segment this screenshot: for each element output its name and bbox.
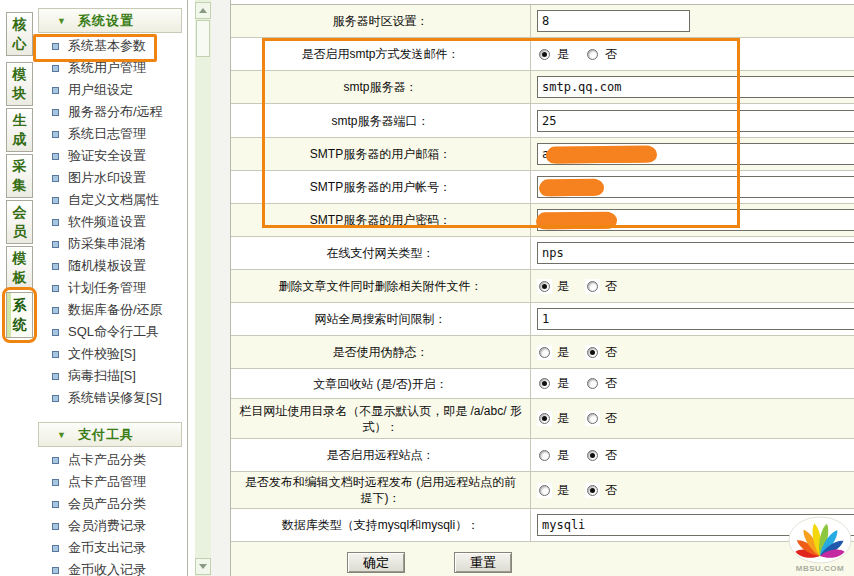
sidebar-item-error-repair[interactable]: 系统错误修复[S] bbox=[38, 387, 184, 409]
del-attach-yes-radio[interactable] bbox=[539, 281, 550, 292]
tab-template[interactable]: 模板 bbox=[6, 246, 33, 290]
tab-module[interactable]: 模块 bbox=[6, 62, 33, 106]
field-label: smtp服务器端口： bbox=[231, 104, 531, 137]
recycle-yes-radio[interactable] bbox=[539, 378, 550, 389]
bullet-icon bbox=[52, 131, 59, 138]
sidebar-item-server-dist[interactable]: 服务器分布/远程 bbox=[38, 101, 184, 123]
sidebar-item-file-verify[interactable]: 文件校验[S] bbox=[38, 343, 184, 365]
field-label: SMTP服务器的用户邮箱： bbox=[231, 138, 531, 170]
sidebar-item-virus-scan[interactable]: 病毒扫描[S] bbox=[38, 365, 184, 387]
chevron-down-icon: ▼ bbox=[57, 16, 66, 26]
sidebar-item-user-group[interactable]: 用户组设定 bbox=[38, 79, 184, 101]
sidebar-scrollbar[interactable] bbox=[195, 0, 211, 576]
chevron-down-icon: ▼ bbox=[57, 430, 66, 440]
pseudo-static-no-radio[interactable] bbox=[587, 347, 598, 358]
smtp-enable-no-radio[interactable] bbox=[587, 49, 598, 60]
sidebar-divider bbox=[187, 0, 188, 576]
dir-url-yes-radio[interactable] bbox=[539, 413, 550, 424]
sidebar-item-card-category[interactable]: 点卡产品分类 bbox=[38, 449, 184, 471]
sidebar-item-basic-params[interactable]: 系统基本参数 bbox=[38, 35, 184, 57]
radio-backing bbox=[585, 47, 600, 62]
bullet-icon bbox=[52, 175, 59, 182]
remote-publish-no-radio[interactable] bbox=[587, 485, 598, 496]
redaction-scribble bbox=[547, 145, 655, 162]
confirm-button[interactable]: 确定 bbox=[347, 552, 405, 573]
scrollbar-thumb[interactable] bbox=[196, 20, 210, 57]
dir-url-no-radio[interactable] bbox=[587, 413, 598, 424]
sidebar-item-card-manage[interactable]: 点卡产品管理 bbox=[38, 471, 184, 493]
radio-backing bbox=[537, 279, 552, 294]
sidebar-section-payment-tools[interactable]: ▼ 支付工具 bbox=[38, 422, 182, 447]
sidebar-item-watermark[interactable]: 图片水印设置 bbox=[38, 167, 184, 189]
sidebar-item-cron-task[interactable]: 计划任务管理 bbox=[38, 277, 184, 299]
tab-collect[interactable]: 采集 bbox=[6, 154, 33, 198]
pay-gateway-input[interactable] bbox=[537, 242, 854, 264]
bullet-icon bbox=[52, 373, 59, 380]
bullet-icon bbox=[52, 219, 59, 226]
bullet-icon bbox=[52, 457, 59, 464]
sidebar-item-db-backup[interactable]: 数据库备份/还原 bbox=[38, 299, 184, 321]
row-remote-publish: 是否发布和编辑文档时远程发布 (启用远程站点的前提下)： 是 否 bbox=[231, 472, 854, 509]
field-label: 文章回收站 (是/否)开启： bbox=[231, 369, 531, 398]
row-smtp-password: SMTP服务器的用户密码： bbox=[231, 204, 854, 237]
tab-core[interactable]: 核心 bbox=[6, 12, 33, 56]
peacock-logo-icon bbox=[788, 512, 852, 564]
del-attach-no-radio[interactable] bbox=[587, 281, 598, 292]
remote-publish-yes-radio[interactable] bbox=[539, 485, 550, 496]
row-timezone: 服务器时区设置： bbox=[231, 5, 854, 38]
search-limit-input[interactable] bbox=[537, 308, 854, 330]
radio-label: 是 bbox=[557, 46, 569, 63]
tab-member[interactable]: 会员 bbox=[6, 200, 33, 244]
sidebar-item-random-template[interactable]: 随机模板设置 bbox=[38, 255, 184, 277]
row-dir-url: 栏目网址使用目录名（不显示默认页，即是 /a/abc/ 形式）： 是 否 bbox=[231, 399, 854, 439]
smtp-port-input[interactable] bbox=[537, 110, 854, 132]
radio-backing bbox=[585, 376, 600, 391]
triangle-down-icon bbox=[199, 564, 207, 569]
timezone-input[interactable] bbox=[537, 10, 690, 32]
row-pseudo-static: 是否使用伪静态： 是 否 bbox=[231, 336, 854, 369]
smtp-enable-yes-radio[interactable] bbox=[539, 49, 550, 60]
settings-table: 服务器时区设置： 是否启用smtp方式发送邮件： 是 否 smtp服务器： sm… bbox=[231, 4, 854, 576]
recycle-no-radio[interactable] bbox=[587, 378, 598, 389]
field-label: 数据库类型（支持mysql和mysqli）： bbox=[231, 509, 531, 541]
field-label: 服务器时区设置： bbox=[231, 5, 531, 37]
redaction-scribble bbox=[540, 179, 602, 196]
field-label: 栏目网址使用目录名（不显示默认页，即是 /a/abc/ 形式）： bbox=[231, 399, 531, 438]
sidebar-item-coin-income[interactable]: 金币收入记录 bbox=[38, 559, 184, 576]
bullet-icon bbox=[52, 65, 59, 72]
sidebar-section-system-settings[interactable]: ▼ 系统设置 bbox=[38, 8, 182, 33]
pseudo-static-yes-radio[interactable] bbox=[539, 347, 550, 358]
remote-site-no-radio[interactable] bbox=[587, 450, 598, 461]
sidebar-item-software-channel[interactable]: 软件频道设置 bbox=[38, 211, 184, 233]
radio-backing bbox=[537, 376, 552, 391]
watermark-logo: MBSU.COM bbox=[788, 512, 852, 574]
bullet-icon bbox=[52, 351, 59, 358]
sidebar-item-member-product[interactable]: 会员产品分类 bbox=[38, 493, 184, 515]
scroll-down-button[interactable] bbox=[195, 558, 211, 575]
redaction-scribble bbox=[537, 212, 615, 229]
radio-backing bbox=[537, 345, 552, 360]
bullet-icon bbox=[52, 523, 59, 530]
bullet-icon bbox=[52, 329, 59, 336]
row-search-limit: 网站全局搜索时间限制： bbox=[231, 303, 854, 336]
scroll-up-button[interactable] bbox=[195, 2, 211, 19]
sidebar-item-verify-security[interactable]: 验证安全设置 bbox=[38, 145, 184, 167]
sidebar-item-custom-doc-attr[interactable]: 自定义文档属性 bbox=[38, 189, 184, 211]
remote-site-yes-radio[interactable] bbox=[539, 450, 550, 461]
tab-system[interactable]: 系统 bbox=[6, 292, 33, 338]
sidebar-item-anti-collect[interactable]: 防采集串混淆 bbox=[38, 233, 184, 255]
row-delete-attachment: 删除文章文件同时删除相关附件文件： 是 否 bbox=[231, 270, 854, 303]
sidebar-item-coin-expense[interactable]: 金币支出记录 bbox=[38, 537, 184, 559]
sidebar-item-member-consume[interactable]: 会员消费记录 bbox=[38, 515, 184, 537]
sidebar-item-sql-cli[interactable]: SQL命令行工具 bbox=[38, 321, 184, 343]
row-smtp-enable: 是否启用smtp方式发送邮件： 是 否 bbox=[231, 38, 854, 71]
smtp-server-input[interactable] bbox=[537, 76, 854, 98]
row-smtp-account: SMTP服务器的用户帐号： bbox=[231, 171, 854, 204]
sidebar-item-system-log[interactable]: 系统日志管理 bbox=[38, 123, 184, 145]
reset-button[interactable]: 重置 bbox=[454, 552, 512, 573]
radio-backing bbox=[537, 483, 552, 498]
bullet-icon bbox=[52, 501, 59, 508]
tab-generate[interactable]: 生成 bbox=[6, 108, 33, 152]
sidebar-item-user-manage[interactable]: 系统用户管理 bbox=[38, 57, 184, 79]
field-label: 是否使用伪静态： bbox=[231, 336, 531, 368]
